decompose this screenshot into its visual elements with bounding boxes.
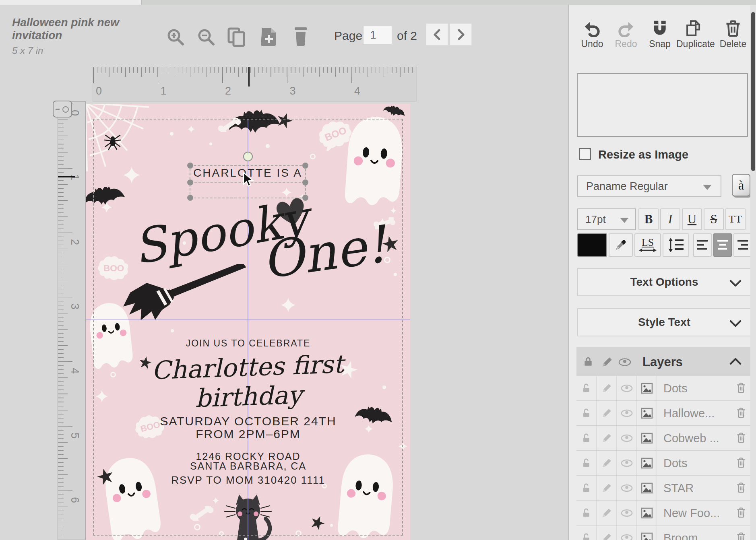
layer-name[interactable]: Broom	[663, 532, 698, 540]
layer-row[interactable]: Broom	[576, 526, 752, 540]
layer-name[interactable]: Hallowe...	[663, 407, 715, 420]
layer-thumbnail[interactable]	[637, 526, 657, 540]
scrollbar-thumb[interactable]	[751, 12, 755, 171]
layer-row[interactable]: Hallowe...	[576, 401, 752, 426]
layer-delete-button[interactable]	[736, 431, 746, 444]
layer-thumbnail[interactable]	[637, 376, 657, 401]
italic-button[interactable]: I	[660, 208, 680, 230]
pencil-icon[interactable]	[601, 357, 613, 368]
add-page-button[interactable]	[258, 25, 280, 47]
layer-edit-button[interactable]	[597, 501, 617, 526]
text-options-section[interactable]: Text Options	[577, 268, 751, 296]
layer-edit-button[interactable]	[597, 376, 617, 401]
layer-visibility-toggle[interactable]	[617, 501, 637, 526]
text-color-swatch[interactable]	[577, 233, 607, 257]
duplicate-button[interactable]: Duplicate	[676, 19, 711, 49]
eye-icon[interactable]	[618, 357, 631, 367]
strikethrough-button[interactable]: S	[704, 208, 724, 230]
layer-name[interactable]: Dots	[663, 382, 688, 395]
layer-visibility-toggle[interactable]	[617, 476, 637, 501]
layer-lock-toggle[interactable]	[576, 476, 597, 501]
strikethrough-glyph: S	[710, 212, 717, 227]
layer-lock-toggle[interactable]	[576, 451, 597, 476]
layer-visibility-toggle[interactable]	[617, 376, 637, 401]
delete-page-button[interactable]	[290, 25, 312, 47]
layer-delete-button[interactable]	[736, 506, 746, 519]
layer-row[interactable]: Dots	[576, 376, 752, 401]
align-center-button[interactable]	[713, 233, 732, 257]
horizontal-ruler[interactable]: 01234	[92, 67, 417, 101]
line-spacing-button[interactable]	[663, 233, 689, 257]
redo-button[interactable]: Redo	[609, 19, 643, 49]
layer-visibility-toggle[interactable]	[617, 451, 637, 476]
layer-name[interactable]: Dots	[663, 457, 688, 470]
style-text-section[interactable]: Style Text	[577, 308, 751, 336]
font-size-select[interactable]: 17pt	[577, 208, 636, 230]
resize-handle-nw[interactable]	[187, 163, 193, 169]
browser-tab[interactable]	[0, 0, 142, 5]
layer-edit-button[interactable]	[597, 526, 617, 540]
layer-lock-toggle[interactable]	[576, 401, 597, 426]
font-family-select[interactable]: Paname Regular	[577, 175, 721, 197]
layer-visibility-toggle[interactable]	[617, 426, 637, 451]
special-character-button[interactable]: à	[732, 174, 750, 196]
capitalize-button[interactable]: TT	[725, 208, 746, 230]
resize-handle-sw[interactable]	[187, 195, 193, 201]
align-right-button[interactable]	[733, 233, 752, 257]
layer-edit-button[interactable]	[597, 401, 617, 426]
layer-edit-button[interactable]	[597, 476, 617, 501]
rotation-handle[interactable]	[243, 152, 253, 161]
resize-handle-e[interactable]	[302, 179, 308, 185]
layer-lock-toggle[interactable]	[576, 376, 597, 401]
layer-row[interactable]: New Foo...	[576, 501, 752, 526]
layer-edit-button[interactable]	[597, 426, 617, 451]
resize-handle-ne[interactable]	[302, 163, 308, 169]
layer-thumbnail[interactable]	[637, 451, 657, 476]
vertical-ruler[interactable]: 0123456	[58, 101, 86, 540]
delete-button[interactable]: Delete	[716, 19, 750, 49]
layer-visibility-toggle[interactable]	[617, 401, 637, 426]
prev-page-button[interactable]	[426, 23, 448, 45]
layers-section-header[interactable]: Layers	[576, 347, 752, 376]
layer-edit-button[interactable]	[597, 451, 617, 476]
page-number-input[interactable]	[363, 26, 392, 44]
layer-delete-button[interactable]	[736, 381, 746, 394]
resize-handle-se[interactable]	[302, 195, 308, 201]
v-ruler-number: 1	[68, 174, 81, 180]
layer-name[interactable]: New Foo...	[663, 507, 720, 520]
layer-row[interactable]: Dots	[576, 451, 752, 476]
layer-delete-button[interactable]	[736, 531, 746, 540]
resize-as-image-checkbox[interactable]	[579, 148, 591, 160]
layer-thumbnail[interactable]	[637, 476, 657, 501]
layer-thumbnail[interactable]	[637, 401, 657, 426]
underline-button[interactable]: U	[682, 208, 702, 230]
zoom-out-button[interactable]	[195, 26, 217, 48]
layer-row[interactable]: Cobweb ...	[576, 426, 752, 451]
resize-handle-w[interactable]	[187, 179, 193, 185]
selected-text-box[interactable]: CHARLOTTE IS A	[190, 165, 306, 198]
layer-thumbnail[interactable]	[637, 501, 657, 526]
layer-name[interactable]: STAR	[663, 482, 694, 495]
eyedropper-button[interactable]	[609, 233, 633, 257]
layer-lock-toggle[interactable]	[576, 501, 597, 526]
bold-button[interactable]: B	[638, 208, 659, 230]
letter-spacing-button[interactable]: LS	[634, 233, 661, 257]
snap-button[interactable]: Snap	[642, 19, 677, 49]
layer-row[interactable]: STAR	[576, 476, 752, 501]
align-left-button[interactable]	[693, 233, 712, 257]
zoom-in-button[interactable]	[165, 26, 186, 48]
layer-delete-button[interactable]	[736, 481, 746, 494]
next-page-button[interactable]	[450, 23, 472, 45]
copy-page-button[interactable]	[226, 26, 248, 48]
lock-icon[interactable]	[583, 356, 593, 368]
layer-visibility-toggle[interactable]	[617, 526, 637, 540]
layer-delete-button[interactable]	[736, 456, 746, 469]
layer-delete-button[interactable]	[736, 406, 746, 419]
ruler-corner-widget[interactable]	[53, 101, 72, 117]
layer-lock-toggle[interactable]	[576, 526, 597, 540]
layer-thumbnail[interactable]	[637, 426, 657, 451]
selected-text[interactable]: CHARLOTTE IS A	[190, 167, 305, 179]
undo-button[interactable]: Undo	[575, 19, 609, 49]
layer-name[interactable]: Cobweb ...	[663, 432, 719, 445]
layer-lock-toggle[interactable]	[576, 426, 597, 451]
